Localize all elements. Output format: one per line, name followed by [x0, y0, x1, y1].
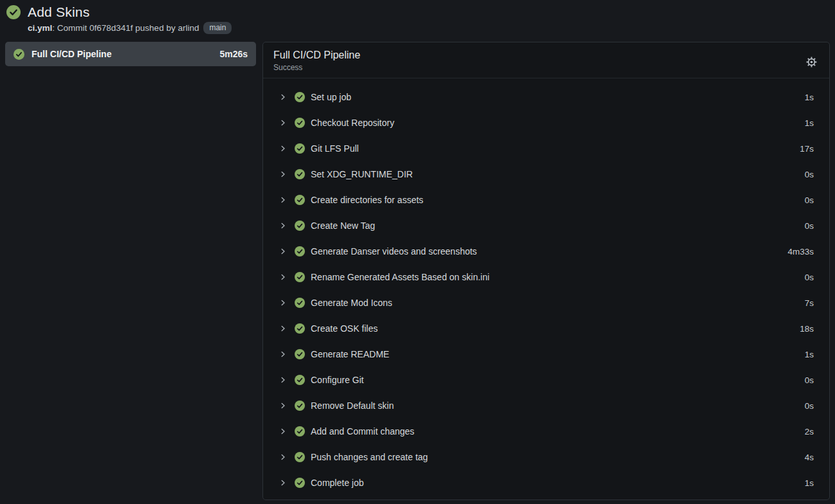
step-row[interactable]: Generate Danser videos and screenshots 4…	[263, 239, 829, 264]
step-duration: 0s	[805, 375, 814, 385]
jobs-sidebar: Full CI/CD Pipeline 5m26s	[5, 42, 256, 66]
step-name: Checkout Repository	[311, 118, 805, 128]
check-circle-icon	[295, 323, 305, 334]
chevron-right-icon[interactable]	[279, 93, 287, 101]
check-circle-icon	[295, 169, 305, 179]
step-duration: 0s	[805, 195, 814, 205]
step-name: Configure Git	[311, 375, 805, 385]
step-row[interactable]: Configure Git 0s	[263, 367, 829, 393]
job-name: Full CI/CD Pipeline	[32, 49, 212, 59]
job-detail-panel: Full CI/CD Pipeline Success Set up job 1…	[262, 42, 830, 500]
job-status-text: Success	[273, 63, 819, 72]
step-name: Rename Generated Assets Based on skin.in…	[311, 272, 805, 282]
check-circle-icon	[295, 426, 305, 437]
step-row[interactable]: Git LFS Pull 17s	[263, 136, 829, 161]
check-circle-icon	[295, 452, 305, 462]
step-name: Generate Danser videos and screenshots	[311, 246, 787, 256]
step-duration: 7s	[805, 298, 814, 308]
step-name: Complete job	[311, 478, 805, 488]
step-duration: 4s	[805, 453, 814, 462]
step-duration: 17s	[800, 144, 814, 154]
run-subtitle: ci.yml: Commit 0f678d341f pushed by arli…	[28, 22, 829, 34]
step-name: Create New Tag	[311, 221, 805, 231]
step-duration: 0s	[805, 221, 814, 231]
check-circle-icon	[295, 118, 305, 128]
chevron-right-icon[interactable]	[279, 479, 287, 487]
job-list-item[interactable]: Full CI/CD Pipeline 5m26s	[5, 42, 256, 66]
step-name: Set up job	[311, 92, 805, 102]
step-row[interactable]: Create OSK files 18s	[263, 316, 829, 341]
branch-badge[interactable]: main	[203, 22, 232, 34]
step-row[interactable]: Add and Commit changes 2s	[263, 419, 829, 444]
step-row[interactable]: Generate README 1s	[263, 341, 829, 367]
job-duration: 5m26s	[219, 49, 248, 59]
check-circle-icon	[295, 272, 305, 282]
chevron-right-icon[interactable]	[279, 145, 287, 152]
commit-info-text: : Commit 0f678d341f pushed by arlind	[52, 23, 199, 33]
step-name: Git LFS Pull	[311, 143, 800, 154]
steps-list: Set up job 1s Checkout Repository 1s Git…	[263, 78, 829, 500]
step-row[interactable]: Remove Default skin 0s	[263, 393, 829, 419]
check-circle-icon	[295, 92, 305, 102]
workflow-file-name: ci.yml	[28, 23, 52, 33]
run-content: Full CI/CD Pipeline 5m26s Full CI/CD Pip…	[5, 42, 830, 500]
step-row[interactable]: Create New Tag 0s	[263, 213, 829, 239]
step-row[interactable]: Generate Mod Icons 7s	[263, 290, 829, 316]
step-name: Push changes and create tag	[311, 452, 805, 462]
chevron-right-icon[interactable]	[279, 376, 287, 384]
chevron-right-icon[interactable]	[279, 402, 287, 410]
gear-icon	[805, 56, 818, 68]
step-row[interactable]: Complete job 1s	[263, 470, 829, 496]
step-name: Generate README	[311, 349, 805, 359]
step-name: Add and Commit changes	[311, 426, 805, 437]
step-duration: 2s	[805, 427, 814, 437]
chevron-right-icon[interactable]	[279, 170, 287, 178]
job-detail-header: Full CI/CD Pipeline Success	[263, 42, 829, 78]
step-duration: 18s	[800, 324, 814, 334]
chevron-right-icon[interactable]	[279, 453, 287, 461]
check-circle-icon	[295, 143, 305, 154]
actions-run-page: Add Skins ci.yml: Commit 0f678d341f push…	[0, 0, 835, 500]
step-duration: 1s	[805, 93, 814, 102]
chevron-right-icon[interactable]	[279, 325, 287, 332]
step-name: Create OSK files	[311, 323, 800, 334]
check-circle-icon	[295, 349, 305, 359]
check-circle-icon	[295, 221, 305, 231]
step-duration: 4m33s	[787, 247, 814, 256]
run-title: Add Skins	[28, 4, 89, 20]
step-duration: 0s	[805, 170, 814, 179]
step-duration: 1s	[805, 118, 814, 128]
chevron-right-icon[interactable]	[279, 299, 287, 307]
step-row[interactable]: Push changes and create tag 4s	[263, 444, 829, 470]
chevron-right-icon[interactable]	[279, 119, 287, 127]
step-row[interactable]: Rename Generated Assets Based on skin.in…	[263, 264, 829, 290]
job-detail-title: Full CI/CD Pipeline	[273, 50, 819, 61]
job-settings-button[interactable]	[805, 55, 818, 68]
check-circle-icon	[295, 246, 305, 256]
step-duration: 1s	[805, 350, 814, 359]
chevron-right-icon[interactable]	[279, 273, 287, 281]
step-name: Set XDG_RUNTIME_DIR	[311, 169, 805, 179]
step-row[interactable]: Set XDG_RUNTIME_DIR 0s	[263, 161, 829, 187]
check-circle-icon	[295, 478, 305, 488]
check-circle-icon	[295, 195, 305, 205]
chevron-right-icon[interactable]	[279, 248, 287, 255]
step-row[interactable]: Set up job 1s	[263, 84, 829, 110]
chevron-right-icon[interactable]	[279, 196, 287, 204]
check-circle-icon	[295, 375, 305, 385]
job-status-check-circle-icon	[14, 49, 24, 60]
chevron-right-icon[interactable]	[279, 222, 287, 230]
step-name: Create directories for assets	[311, 195, 805, 205]
chevron-right-icon[interactable]	[279, 350, 287, 358]
step-duration: 1s	[805, 478, 814, 488]
step-duration: 0s	[805, 401, 814, 411]
step-name: Remove Default skin	[311, 401, 805, 411]
run-header: Add Skins ci.yml: Commit 0f678d341f push…	[5, 3, 830, 34]
step-row[interactable]: Checkout Repository 1s	[263, 110, 829, 136]
check-circle-icon	[295, 298, 305, 308]
run-status-check-circle-icon	[6, 5, 21, 19]
step-row[interactable]: Create directories for assets 0s	[263, 187, 829, 213]
chevron-right-icon[interactable]	[279, 428, 287, 435]
step-duration: 0s	[805, 273, 814, 282]
step-name: Generate Mod Icons	[311, 298, 805, 308]
